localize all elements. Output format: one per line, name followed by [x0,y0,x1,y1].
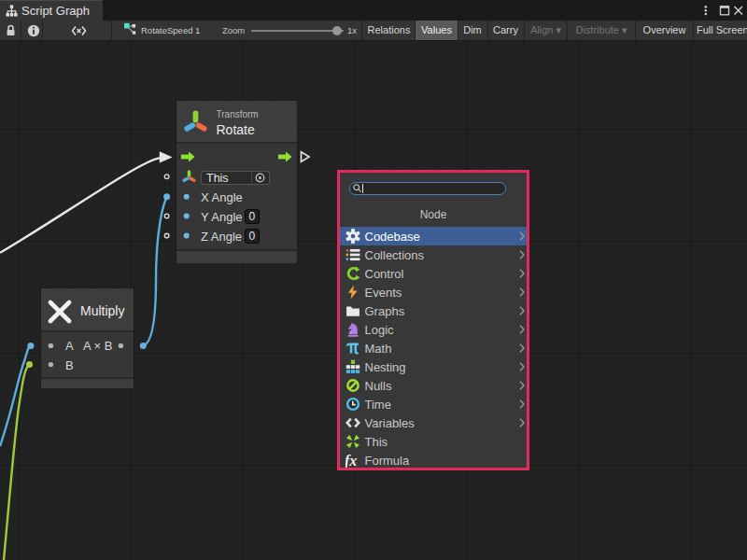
svg-text:fx: fx [345,453,357,468]
